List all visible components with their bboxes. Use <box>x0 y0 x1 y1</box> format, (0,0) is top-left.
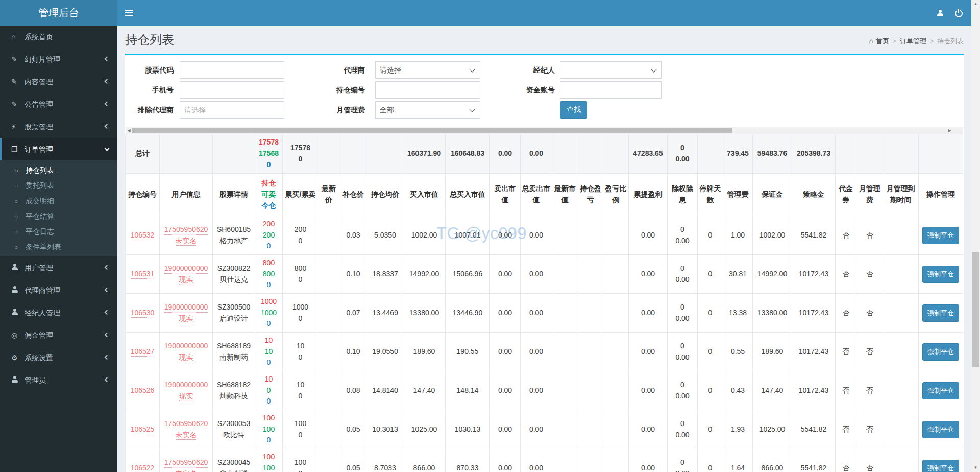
user-status-link[interactable]: 现实 <box>179 352 193 363</box>
sidebar-subitem-trade-detail[interactable]: ○成交明细 <box>0 193 117 208</box>
sidebar-item-user-mgmt[interactable]: 用户管理 <box>0 256 117 279</box>
exclude-agent-input[interactable] <box>180 101 284 119</box>
sidebar-subitem-label: 条件单列表 <box>26 243 61 251</box>
fund-account-input[interactable] <box>560 81 662 99</box>
force-close-button[interactable]: 强制平仓 <box>922 343 959 361</box>
cell-halt: 0 <box>698 449 723 472</box>
sidebar-item-label: 系统首页 <box>24 33 53 41</box>
scroll-up-arrow-icon[interactable]: ▲ <box>971 0 980 8</box>
force-close-button[interactable]: 强制平仓 <box>922 304 959 322</box>
cell-plr <box>603 216 629 255</box>
edit-icon: ✎ <box>11 70 24 93</box>
user-phone-link[interactable]: 17505950620 <box>164 225 208 235</box>
user-phone-link[interactable]: 17505950620 <box>164 419 208 429</box>
breadcrumb-item[interactable]: 首页 <box>876 37 889 45</box>
force-close-button[interactable]: 强制平仓 <box>922 227 959 244</box>
sidebar-subitem-close-log[interactable]: ○平仓日志 <box>0 224 117 239</box>
chevron-left-icon <box>105 377 110 382</box>
sidebar-item-order-mgmt[interactable]: ❐订单管理 <box>0 138 117 160</box>
position-id-link[interactable]: 106522 <box>131 463 155 472</box>
user-account-icon[interactable] <box>930 0 950 26</box>
sidebar-item-commission-mgmt[interactable]: ◎佣金管理 <box>0 324 117 346</box>
breadcrumb-item[interactable]: 订单管理 <box>900 37 926 45</box>
sidebar-item-agent-mgmt[interactable]: 代理商管理 <box>0 279 117 301</box>
sidebar-subitem-position-list[interactable]: ○持仓列表 <box>0 162 117 178</box>
cell-sellmv: 0.00 <box>490 410 521 449</box>
sidebar-item-slideshow-mgmt[interactable]: ✎幻灯片管理 <box>0 48 117 70</box>
phone-input[interactable] <box>180 81 284 99</box>
sidebar-item-content-mgmt[interactable]: ✎内容管理 <box>0 70 117 93</box>
user-phone-link[interactable]: 19000000000 <box>164 341 208 351</box>
sidebar-subitem-entrust-list[interactable]: ○委托列表 <box>0 178 117 193</box>
agent-select[interactable]: 请选择 <box>375 61 480 79</box>
chevron-left-icon <box>105 287 110 292</box>
app-logo[interactable]: 管理后台 <box>0 0 117 26</box>
cell-voucher: 否 <box>836 410 856 449</box>
cell-margin: 1002.00 <box>753 216 792 255</box>
position-id-link[interactable]: 106530 <box>131 308 155 318</box>
user-phone-link[interactable]: 19000000000 <box>164 380 208 390</box>
vertical-scroll-thumb[interactable] <box>972 252 979 367</box>
table-horizontal-scrollbar[interactable]: ◀ ▶ <box>126 127 963 134</box>
stock-code-input[interactable] <box>180 61 284 79</box>
sidebar-item-system-home[interactable]: ⌂系统首页 <box>0 26 117 48</box>
chevron-left-icon <box>105 79 110 84</box>
force-close-button[interactable]: 强制平仓 <box>922 382 959 399</box>
cell-buymv: 14992.00 <box>403 255 446 294</box>
scroll-down-arrow-icon[interactable]: ▼ <box>971 464 980 472</box>
header-cell-user: 用户信息 <box>160 174 213 216</box>
cell-id: 106527 <box>126 333 160 371</box>
force-close-button[interactable]: 强制平仓 <box>922 421 959 438</box>
position-id-link[interactable]: 106525 <box>131 424 155 435</box>
cell-monfee: 否 <box>856 410 883 449</box>
monthly-fee-select[interactable]: 全部 <box>375 101 480 119</box>
filter-label: 排除代理商 <box>125 101 174 119</box>
force-close-button[interactable]: 强制平仓 <box>922 460 959 472</box>
sidebar-subitem-close-settlement[interactable]: ○平仓结算 <box>0 208 117 224</box>
user-status-link[interactable]: 现实 <box>179 391 193 402</box>
cell-action: 强制平仓 <box>919 294 963 333</box>
totals-cell-stock <box>213 134 255 174</box>
cell-action: 强制平仓 <box>919 333 963 371</box>
position-id-link[interactable]: 106531 <box>131 269 155 279</box>
sidebar-item-announcement-mgmt[interactable]: ✎公告管理 <box>0 93 117 115</box>
user-status-link[interactable]: 未实名 <box>176 236 197 246</box>
cell-stock: SZ300045华力创通 <box>213 449 255 472</box>
totals-cell-buymv: 160371.90 <box>403 134 446 174</box>
user-phone-link[interactable]: 19000000000 <box>164 264 208 274</box>
position-id-link[interactable]: 106527 <box>131 347 155 357</box>
filter-label: 手机号 <box>125 81 174 99</box>
cell-halt: 0 <box>698 255 723 294</box>
broker-select[interactable] <box>560 61 662 79</box>
user-status-link[interactable]: 未实名 <box>176 469 197 472</box>
cell-margin: 866.00 <box>753 449 792 472</box>
scroll-right-arrow-icon[interactable]: ▶ <box>946 127 953 134</box>
chevron-left-icon <box>105 332 110 337</box>
scroll-left-arrow-icon[interactable]: ◀ <box>126 127 132 134</box>
horizontal-scroll-thumb[interactable] <box>132 128 732 133</box>
sidebar-item-stock-mgmt[interactable]: ⚡股票管理 <box>0 115 117 138</box>
user-status-link[interactable]: 现实 <box>179 314 193 324</box>
sidebar-item-system-settings[interactable]: ⚙系统设置 <box>0 346 117 369</box>
position-id-link[interactable]: 106532 <box>131 230 155 241</box>
force-close-button[interactable]: 强制平仓 <box>922 266 959 283</box>
cell-tbuymv: 148.14 <box>446 371 490 410</box>
cell-halt: 0 <box>698 333 723 371</box>
sidebar-item-admin[interactable]: 管理员 <box>0 369 117 391</box>
cell-id: 106525 <box>126 410 160 449</box>
sidebar-item-label: 股票管理 <box>24 123 53 131</box>
search-button[interactable]: 查找 <box>560 101 587 119</box>
user-phone-link[interactable]: 19000000000 <box>164 302 208 313</box>
hamburger-menu-icon[interactable] <box>117 0 141 26</box>
user-status-link[interactable]: 现实 <box>179 275 193 285</box>
logout-power-icon[interactable] <box>948 0 969 26</box>
header-cell-sellmv: 卖出市值 <box>490 174 521 216</box>
position-id-input[interactable] <box>375 81 480 99</box>
page-vertical-scrollbar[interactable]: ▲ ▼ <box>971 0 980 472</box>
totals-cell-sellmv: 0.00 <box>490 134 521 174</box>
sidebar-subitem-condition-order-list[interactable]: ○条件单列表 <box>0 239 117 254</box>
user-status-link[interactable]: 未实名 <box>176 430 197 440</box>
sidebar-item-broker-mgmt[interactable]: 经纪人管理 <box>0 301 117 324</box>
position-id-link[interactable]: 106526 <box>131 386 155 396</box>
user-phone-link[interactable]: 17505950620 <box>164 458 208 468</box>
